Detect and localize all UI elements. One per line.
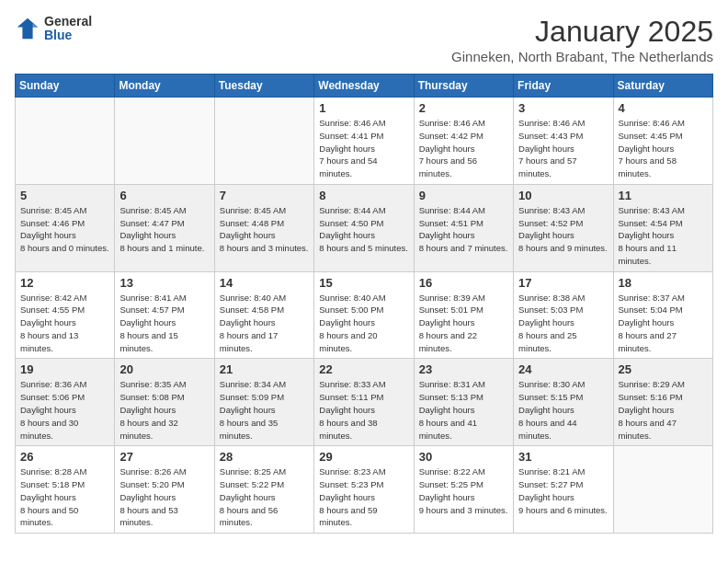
calendar-cell: [613, 446, 712, 534]
calendar-cell: 21Sunrise: 8:34 AMSunset: 5:09 PMDayligh…: [214, 359, 313, 446]
week-row-5: 26Sunrise: 8:28 AMSunset: 5:18 PMDayligh…: [16, 446, 713, 534]
day-number: 7: [220, 189, 309, 202]
day-number: 11: [619, 189, 708, 202]
day-info: Sunrise: 8:41 AMSunset: 4:57 PMDaylight …: [119, 292, 209, 355]
calendar-cell: 12Sunrise: 8:42 AMSunset: 4:55 PMDayligh…: [16, 271, 115, 359]
calendar-cell: 20Sunrise: 8:35 AMSunset: 5:08 PMDayligh…: [115, 359, 214, 446]
day-info: Sunrise: 8:29 AMSunset: 5:16 PMDaylight …: [619, 378, 708, 442]
calendar-cell: 27Sunrise: 8:26 AMSunset: 5:20 PMDayligh…: [115, 446, 214, 534]
day-number: 22: [319, 362, 408, 376]
day-number: 18: [619, 276, 708, 290]
day-info: Sunrise: 8:46 AMSunset: 4:41 PMDaylight …: [319, 117, 408, 180]
calendar-cell: [115, 98, 214, 185]
calendar-cell: 18Sunrise: 8:37 AMSunset: 5:04 PMDayligh…: [613, 271, 712, 359]
logo-icon: [15, 16, 40, 41]
day-info: Sunrise: 8:34 AMSunset: 5:09 PMDaylight …: [220, 378, 309, 442]
calendar-cell: 23Sunrise: 8:31 AMSunset: 5:13 PMDayligh…: [414, 359, 513, 446]
day-number: 13: [119, 276, 209, 290]
day-info: Sunrise: 8:25 AMSunset: 5:22 PMDaylight …: [220, 465, 309, 529]
page-header: General Blue January 2025 Ginneken, Nort…: [15, 15, 713, 64]
day-number: 14: [220, 276, 309, 290]
calendar-cell: [16, 98, 115, 185]
calendar-cell: 6Sunrise: 8:45 AMSunset: 4:47 PMDaylight…: [115, 184, 214, 271]
weekday-friday: Friday: [514, 75, 613, 98]
week-row-1: 1Sunrise: 8:46 AMSunset: 4:41 PMDaylight…: [16, 98, 713, 185]
day-number: 10: [518, 189, 608, 202]
day-info: Sunrise: 8:45 AMSunset: 4:47 PMDaylight …: [119, 204, 209, 255]
day-number: 30: [419, 450, 508, 464]
weekday-sunday: Sunday: [16, 75, 115, 98]
calendar-subtitle: Ginneken, North Brabant, The Netherlands: [451, 49, 713, 64]
day-number: 25: [619, 362, 708, 376]
day-number: 24: [518, 362, 608, 376]
day-number: 23: [419, 362, 508, 376]
day-info: Sunrise: 8:43 AMSunset: 4:54 PMDaylight …: [619, 204, 708, 268]
weekday-wednesday: Wednesday: [314, 75, 414, 98]
calendar-cell: 5Sunrise: 8:45 AMSunset: 4:46 PMDaylight…: [16, 184, 115, 271]
day-info: Sunrise: 8:46 AMSunset: 4:45 PMDaylight …: [619, 117, 708, 180]
calendar-cell: 24Sunrise: 8:30 AMSunset: 5:15 PMDayligh…: [514, 359, 613, 446]
calendar-title: January 2025: [451, 15, 713, 49]
day-info: Sunrise: 8:42 AMSunset: 4:55 PMDaylight …: [20, 292, 109, 355]
day-number: 27: [119, 450, 209, 464]
day-info: Sunrise: 8:30 AMSunset: 5:15 PMDaylight …: [518, 378, 608, 442]
day-info: Sunrise: 8:44 AMSunset: 4:51 PMDaylight …: [419, 204, 508, 255]
calendar-cell: 22Sunrise: 8:33 AMSunset: 5:11 PMDayligh…: [314, 359, 414, 446]
day-number: 15: [319, 276, 408, 290]
weekday-monday: Monday: [115, 75, 214, 98]
day-info: Sunrise: 8:46 AMSunset: 4:43 PMDaylight …: [518, 117, 608, 180]
day-number: 4: [619, 101, 708, 115]
day-number: 5: [20, 189, 109, 202]
logo-blue: Blue: [44, 29, 92, 42]
day-number: 12: [20, 276, 109, 290]
day-info: Sunrise: 8:28 AMSunset: 5:18 PMDaylight …: [20, 465, 109, 529]
day-number: 21: [220, 362, 309, 376]
day-info: Sunrise: 8:45 AMSunset: 4:46 PMDaylight …: [20, 204, 109, 255]
day-info: Sunrise: 8:46 AMSunset: 4:42 PMDaylight …: [419, 117, 508, 180]
calendar-cell: 9Sunrise: 8:44 AMSunset: 4:51 PMDaylight…: [414, 184, 513, 271]
day-number: 16: [419, 276, 508, 290]
day-info: Sunrise: 8:37 AMSunset: 5:04 PMDaylight …: [619, 292, 708, 355]
calendar-cell: 10Sunrise: 8:43 AMSunset: 4:52 PMDayligh…: [514, 184, 613, 271]
title-area: January 2025 Ginneken, North Brabant, Th…: [451, 15, 713, 64]
calendar-cell: 1Sunrise: 8:46 AMSunset: 4:41 PMDaylight…: [314, 98, 414, 185]
weekday-saturday: Saturday: [613, 75, 712, 98]
calendar-table: SundayMondayTuesdayWednesdayThursdayFrid…: [15, 74, 713, 534]
day-info: Sunrise: 8:45 AMSunset: 4:48 PMDaylight …: [220, 204, 309, 255]
week-row-2: 5Sunrise: 8:45 AMSunset: 4:46 PMDaylight…: [16, 184, 713, 271]
day-number: 1: [319, 101, 408, 115]
calendar-cell: 19Sunrise: 8:36 AMSunset: 5:06 PMDayligh…: [16, 359, 115, 446]
calendar-cell: 3Sunrise: 8:46 AMSunset: 4:43 PMDaylight…: [514, 98, 613, 185]
week-row-3: 12Sunrise: 8:42 AMSunset: 4:55 PMDayligh…: [16, 271, 713, 359]
calendar-cell: 15Sunrise: 8:40 AMSunset: 5:00 PMDayligh…: [314, 271, 414, 359]
calendar-cell: [214, 98, 313, 185]
calendar-cell: 26Sunrise: 8:28 AMSunset: 5:18 PMDayligh…: [16, 446, 115, 534]
day-number: 17: [518, 276, 608, 290]
day-number: 3: [518, 101, 608, 115]
calendar-cell: 31Sunrise: 8:21 AMSunset: 5:27 PMDayligh…: [514, 446, 613, 534]
day-number: 26: [20, 450, 109, 464]
day-number: 8: [319, 189, 408, 202]
day-info: Sunrise: 8:35 AMSunset: 5:08 PMDaylight …: [119, 378, 209, 442]
day-number: 9: [419, 189, 508, 202]
svg-marker-0: [17, 18, 38, 39]
week-row-4: 19Sunrise: 8:36 AMSunset: 5:06 PMDayligh…: [16, 359, 713, 446]
day-info: Sunrise: 8:39 AMSunset: 5:01 PMDaylight …: [419, 292, 508, 355]
day-info: Sunrise: 8:43 AMSunset: 4:52 PMDaylight …: [518, 204, 608, 255]
calendar-cell: 8Sunrise: 8:44 AMSunset: 4:50 PMDaylight…: [314, 184, 414, 271]
calendar-cell: 30Sunrise: 8:22 AMSunset: 5:25 PMDayligh…: [414, 446, 513, 534]
day-info: Sunrise: 8:26 AMSunset: 5:20 PMDaylight …: [119, 465, 209, 529]
logo: General Blue: [15, 15, 92, 43]
day-info: Sunrise: 8:21 AMSunset: 5:27 PMDaylight …: [518, 465, 608, 516]
weekday-thursday: Thursday: [414, 75, 513, 98]
day-info: Sunrise: 8:36 AMSunset: 5:06 PMDaylight …: [20, 378, 109, 442]
calendar-cell: 14Sunrise: 8:40 AMSunset: 4:58 PMDayligh…: [214, 271, 313, 359]
day-info: Sunrise: 8:23 AMSunset: 5:23 PMDaylight …: [319, 465, 408, 529]
day-number: 20: [119, 362, 209, 376]
day-info: Sunrise: 8:22 AMSunset: 5:25 PMDaylight …: [419, 465, 508, 516]
calendar-cell: 16Sunrise: 8:39 AMSunset: 5:01 PMDayligh…: [414, 271, 513, 359]
day-info: Sunrise: 8:38 AMSunset: 5:03 PMDaylight …: [518, 292, 608, 355]
day-info: Sunrise: 8:33 AMSunset: 5:11 PMDaylight …: [319, 378, 408, 442]
calendar-cell: 7Sunrise: 8:45 AMSunset: 4:48 PMDaylight…: [214, 184, 313, 271]
day-number: 19: [20, 362, 109, 376]
